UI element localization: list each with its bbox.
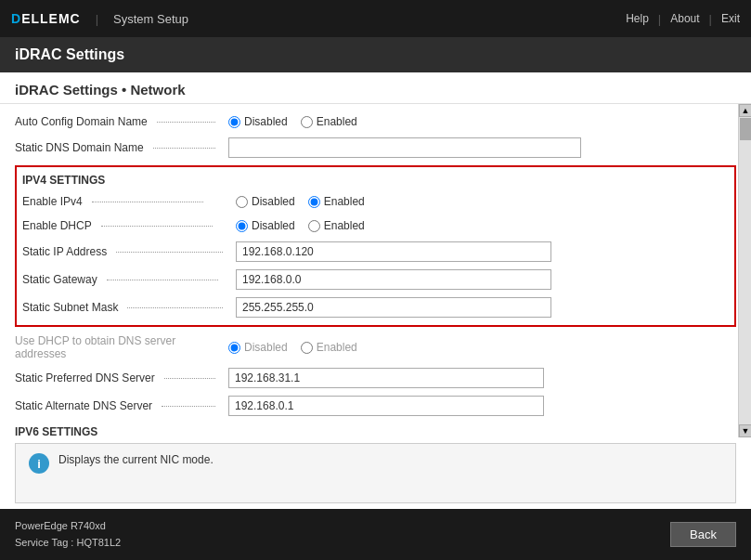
use-dhcp-dns-controls: Disabled Enabled <box>228 341 525 354</box>
static-gateway-input[interactable] <box>236 269 551 290</box>
static-subnet-control <box>236 297 551 318</box>
dotted-line3 <box>92 202 203 202</box>
static-preferred-dns-control <box>228 368 544 388</box>
dotted-line7 <box>127 307 223 308</box>
auto-config-controls: Disabled Enabled <box>228 115 525 128</box>
static-gateway-control <box>236 269 551 290</box>
auto-config-enabled-radio[interactable]: Enabled <box>301 115 357 128</box>
enable-ipv4-disabled-radio[interactable]: Disabled <box>236 195 295 208</box>
auto-config-label: Auto Config Domain Name <box>15 115 228 128</box>
enable-ipv4-row: Enable IPv4 Disabled <box>22 189 729 214</box>
header: DELLEMC | System Setup Help | About | Ex… <box>0 0 751 37</box>
enable-dhcp-radio-group: Disabled Enabled <box>236 219 365 232</box>
info-icon: i <box>29 453 49 474</box>
ipv4-section-header: IPV4 SETTINGS <box>22 171 729 189</box>
static-gateway-row: Static Gateway <box>22 266 729 293</box>
dotted-line10 <box>162 406 215 407</box>
back-button[interactable]: Back <box>670 522 736 547</box>
enable-dhcp-controls: Disabled Enabled <box>236 219 533 232</box>
info-text: Displays the current NIC mode. <box>58 453 214 466</box>
enable-ipv4-radio-group: Disabled Enabled <box>236 195 365 208</box>
dotted-line6 <box>107 280 218 280</box>
enable-dhcp-enabled-radio[interactable]: Enabled <box>308 219 365 232</box>
scrollbar-thumb[interactable] <box>740 118 751 140</box>
static-dns-domain-label: Static DNS Domain Name <box>15 141 228 154</box>
footer-service-tag: Service Tag : HQT81L2 <box>15 535 121 552</box>
auto-config-radio-group: Disabled Enabled <box>228 115 357 128</box>
form-inner: Auto Config Domain Name Disabled Enabled <box>0 104 751 437</box>
enable-ipv4-enabled-radio[interactable]: Enabled <box>308 195 365 208</box>
scrollbar-up-arrow[interactable]: ▲ <box>739 104 751 117</box>
static-alternate-dns-control <box>228 396 544 416</box>
brand-logo: DELLEMC <box>11 11 81 26</box>
scrollbar[interactable]: ▲ ▼ <box>738 104 751 437</box>
system-setup-label: System Setup <box>113 12 188 26</box>
header-divider: | <box>96 12 98 26</box>
static-gateway-label: Static Gateway <box>22 273 236 286</box>
about-link[interactable]: About <box>670 12 699 26</box>
section-header: iDRAC Settings • Network <box>0 72 751 104</box>
page-body: iDRAC Settings • Network Auto Config Dom… <box>0 72 751 509</box>
ipv4-settings-section: IPV4 SETTINGS Enable IPv4 Dis <box>15 165 736 327</box>
dotted-line2 <box>153 148 215 149</box>
use-dhcp-dns-enabled-radio[interactable]: Enabled <box>301 341 357 354</box>
static-dns-domain-row: Static DNS Domain Name <box>15 134 736 162</box>
use-dhcp-dns-disabled-radio[interactable]: Disabled <box>228 341 288 354</box>
page-title: iDRAC Settings <box>0 37 751 72</box>
dotted-line <box>157 122 215 123</box>
static-ip-control <box>236 241 551 262</box>
header-left: DELLEMC | System Setup <box>11 11 188 26</box>
static-alternate-dns-input[interactable] <box>228 396 544 416</box>
dotted-line9 <box>164 378 215 379</box>
static-preferred-dns-input[interactable] <box>228 368 544 388</box>
auto-config-disabled-radio[interactable]: Disabled <box>228 115 288 128</box>
footer-model: PowerEdge R740xd <box>15 518 121 535</box>
enable-ipv4-label: Enable IPv4 <box>22 195 236 208</box>
footer-info: PowerEdge R740xd Service Tag : HQT81L2 <box>15 518 121 551</box>
ipv6-section-header: IPV6 SETTINGS <box>15 420 736 437</box>
static-preferred-dns-row: Static Preferred DNS Server <box>15 364 736 392</box>
use-dhcp-dns-radio-group: Disabled Enabled <box>228 341 357 354</box>
static-subnet-row: Static Subnet Mask <box>22 293 729 321</box>
help-link[interactable]: Help <box>626 12 649 26</box>
static-subnet-label: Static Subnet Mask <box>22 301 236 314</box>
footer: PowerEdge R740xd Service Tag : HQT81L2 B… <box>0 509 751 560</box>
static-preferred-dns-label: Static Preferred DNS Server <box>15 371 228 384</box>
scrollbar-down-arrow[interactable]: ▼ <box>739 424 751 437</box>
info-box: i Displays the current NIC mode. <box>15 443 736 503</box>
static-ip-row: Static IP Address <box>22 238 729 266</box>
dotted-line4 <box>101 226 213 227</box>
enable-dhcp-row: Enable DHCP Disabled <box>22 214 729 238</box>
static-ip-label: Static IP Address <box>22 245 236 258</box>
enable-dhcp-label: Enable DHCP <box>22 219 236 232</box>
form-area: Auto Config Domain Name Disabled Enabled <box>0 104 751 437</box>
auto-config-row: Auto Config Domain Name Disabled Enabled <box>15 110 736 134</box>
use-dhcp-dns-row: Use DHCP to obtain DNS server addresses … <box>15 331 736 364</box>
static-dns-domain-input[interactable] <box>228 137 581 158</box>
header-right: Help | About | Exit <box>626 12 740 26</box>
use-dhcp-dns-label: Use DHCP to obtain DNS server addresses <box>15 334 228 360</box>
static-alternate-dns-label: Static Alternate DNS Server <box>15 399 228 412</box>
static-subnet-input[interactable] <box>236 297 551 318</box>
dotted-line5 <box>116 252 223 253</box>
exit-link[interactable]: Exit <box>721 12 740 26</box>
enable-ipv4-controls: Disabled Enabled <box>236 195 533 208</box>
static-alternate-dns-row: Static Alternate DNS Server <box>15 392 736 420</box>
static-dns-domain-control <box>228 137 581 158</box>
enable-dhcp-disabled-radio[interactable]: Disabled <box>236 219 295 232</box>
static-ip-input[interactable] <box>236 241 551 262</box>
